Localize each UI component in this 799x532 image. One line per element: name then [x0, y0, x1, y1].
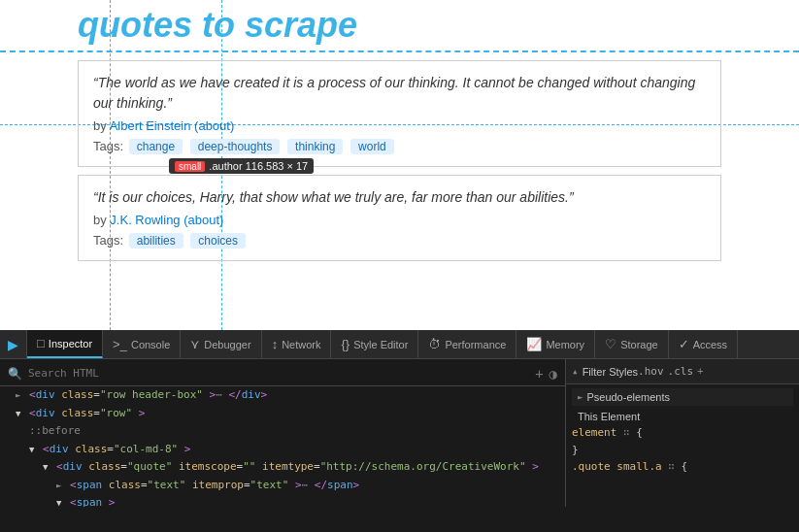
search-input[interactable]: [28, 367, 535, 380]
tab-inspector[interactable]: □ Inspector: [27, 330, 103, 358]
this-element-header: This Element: [572, 409, 793, 424]
author-link-1[interactable]: Albert Einstein: [110, 118, 191, 133]
collapse-icon[interactable]: ►: [16, 390, 20, 400]
tab-performance[interactable]: ⏱ Performance: [418, 330, 516, 358]
html-panel: 🔍 + ◑ ► <div class="row header-box" >⋯ <…: [0, 359, 566, 507]
tab-console[interactable]: >_ Console: [103, 330, 181, 358]
inspector-icon: □: [37, 336, 45, 350]
html-line-row-header: ► <div class="row header-box" >⋯ </div>: [0, 386, 565, 405]
tab-inspector-label: Inspector: [49, 338, 92, 349]
filter-buttons: .hov .cls +: [638, 365, 704, 378]
search-bar: 🔍 + ◑: [0, 361, 565, 386]
pseudo-triangle-icon: ►: [578, 392, 583, 402]
devtools-toolbar: ▶ □ Inspector >_ Console ⋎ Debugger ↕ Ne…: [0, 330, 799, 359]
cursor-button[interactable]: ▶: [0, 330, 27, 358]
quote-tags-2: Tags: abilities choices: [93, 233, 706, 249]
tooltip-selector: .author: [209, 160, 242, 172]
content-area: quotes to scrape small.author 116.583 × …: [0, 0, 799, 330]
css-rule-close: }: [572, 442, 793, 459]
pick-element-icon[interactable]: ◑: [549, 366, 557, 382]
tag-choices[interactable]: choices: [190, 233, 246, 249]
tab-debugger-label: Debugger: [204, 339, 250, 350]
tag-abilities[interactable]: abilities: [129, 233, 183, 249]
author-link-2[interactable]: J.K. Rowling: [110, 213, 180, 227]
pseudo-elements-header[interactable]: ► Pseudo-elements: [572, 388, 793, 406]
html-line-col-md8: ▼ <div class="col-md-8" >: [0, 441, 565, 459]
collapse-icon[interactable]: ▼: [43, 462, 48, 472]
tag-deep-thoughts[interactable]: deep-thoughts: [190, 139, 281, 154]
tab-performance-label: Performance: [445, 339, 506, 350]
cursor-icon: ▶: [8, 337, 18, 352]
author-about-link-1[interactable]: (about): [194, 118, 234, 133]
access-icon: ✓: [679, 337, 689, 351]
quote-byline-2: by J.K. Rowling (about): [93, 213, 706, 227]
html-line-span-text: ► <span class="text" itemprop="text" >⋯ …: [0, 477, 565, 495]
html-line-row-open: ▼ <div class="row" >: [0, 405, 565, 423]
add-node-icon[interactable]: +: [535, 366, 543, 382]
tab-network-label: Network: [282, 339, 320, 350]
filter-icon: ▴: [572, 365, 579, 378]
author-about-link-2[interactable]: (about): [183, 213, 223, 227]
html-line-before: ::before: [0, 422, 565, 441]
network-icon: ↕: [272, 337, 279, 351]
collapse-icon[interactable]: ▼: [29, 445, 34, 454]
filter-label: Filter Styles: [583, 366, 638, 378]
this-element-label: This Element: [578, 411, 640, 422]
quote-byline-1: by Albert Einstein (about): [93, 118, 706, 133]
storage-icon: ♡: [605, 337, 616, 351]
tab-access[interactable]: ✓ Access: [669, 330, 738, 358]
pseudo-label: Pseudo-elements: [586, 391, 670, 403]
add-rule-button[interactable]: +: [697, 365, 704, 378]
style-editor-icon: {}: [341, 337, 350, 351]
memory-icon: 📈: [526, 337, 542, 351]
hov-button[interactable]: .hov: [638, 365, 664, 378]
tag-world[interactable]: world: [350, 139, 394, 154]
tag-thinking[interactable]: thinking: [287, 139, 343, 154]
debugger-icon: ⋎: [190, 337, 200, 351]
collapse-icon[interactable]: ►: [56, 481, 61, 490]
quote-text-2: “It is our choices, Harry, that show wha…: [93, 187, 706, 208]
tab-style-editor-label: Style Editor: [353, 339, 408, 350]
performance-icon: ⏱: [428, 337, 441, 351]
quote-tags-1: Tags: change deep-thoughts thinking worl…: [93, 139, 706, 154]
styles-panel: ▴ Filter Styles .hov .cls + ► Pseudo-ele…: [566, 359, 799, 507]
css-rule-quote-small: .quote small.a ∷ {: [572, 458, 793, 476]
quote-card-2: “It is our choices, Harry, that show wha…: [78, 175, 721, 261]
css-rule-element: element ∷ {: [572, 424, 793, 442]
collapse-icon[interactable]: ▼: [56, 498, 61, 507]
tab-debugger[interactable]: ⋎ Debugger: [181, 330, 261, 358]
tab-memory[interactable]: 📈 Memory: [516, 330, 595, 358]
tooltip-dimensions: 116.583 × 17: [246, 160, 309, 172]
tag-change[interactable]: change: [129, 139, 183, 154]
tooltip-tag-label: small: [175, 161, 205, 172]
tab-style-editor[interactable]: {} Style Editor: [331, 330, 418, 358]
tab-memory-label: Memory: [546, 339, 584, 350]
styles-content: ► Pseudo-elements This Element element ∷…: [566, 384, 799, 480]
devtools-panel: ▶ □ Inspector >_ Console ⋎ Debugger ↕ Ne…: [0, 330, 799, 532]
quote-card-1: small.author 116.583 × 17 “The world as …: [78, 60, 721, 167]
tab-console-label: Console: [131, 339, 170, 350]
element-tooltip: small.author 116.583 × 17: [169, 158, 314, 174]
tab-storage[interactable]: ♡ Storage: [595, 330, 669, 358]
search-icon: 🔍: [8, 367, 22, 381]
tab-network[interactable]: ↕ Network: [262, 330, 332, 358]
tab-access-label: Access: [693, 339, 727, 350]
styles-filter-bar: ▴ Filter Styles .hov .cls +: [566, 359, 799, 384]
console-icon: >_: [113, 337, 127, 351]
devtools-content: 🔍 + ◑ ► <div class="row header-box" >⋯ <…: [0, 359, 799, 507]
search-icons: + ◑: [535, 366, 557, 382]
cls-button[interactable]: .cls: [668, 365, 694, 378]
page-title: quotes to scrape: [0, 0, 799, 52]
quote-text-1: “The world as we have created it is a pr…: [93, 73, 706, 114]
tab-storage-label: Storage: [620, 339, 658, 350]
html-line-quote: ▼ <div class="quote" itemscope="" itemty…: [0, 458, 565, 477]
collapse-icon[interactable]: ▼: [16, 409, 20, 418]
html-line-span-open: ▼ <span >: [0, 494, 565, 507]
